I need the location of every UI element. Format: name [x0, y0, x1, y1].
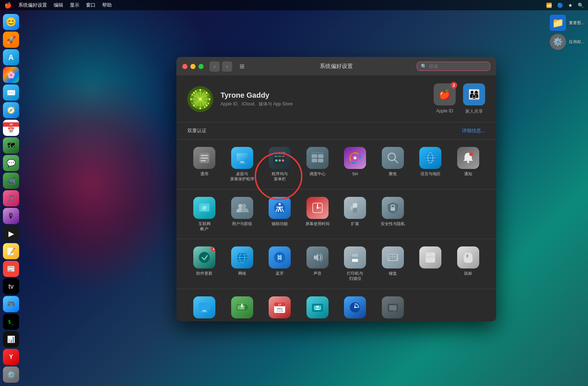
svg-point-68	[469, 152, 473, 156]
grid-item-network[interactable]: 网络	[227, 246, 257, 281]
grid-item-timemachine[interactable]: 时间机器	[340, 296, 370, 321]
svg-rect-81	[353, 203, 357, 208]
grid-item-security[interactable]: 安全性与隐私	[378, 197, 408, 232]
grid-item-spotlight[interactable]: 聚焦	[378, 147, 408, 182]
search-input[interactable]	[429, 64, 484, 69]
grid-item-startup[interactable]: 后动磁盘	[378, 296, 408, 321]
dock-launchpad[interactable]: 🚀	[3, 32, 19, 48]
grid-item-extensions[interactable]: 扩展	[340, 197, 370, 232]
dock-facetime[interactable]: 📹	[3, 173, 19, 189]
grid-item-trackpad[interactable]	[416, 246, 445, 281]
menu-window[interactable]: 窗口	[86, 2, 96, 8]
svg-rect-103	[391, 257, 392, 258]
svg-rect-38	[237, 153, 248, 161]
dock-calendar[interactable]: 18 📅	[3, 120, 19, 136]
dock-safari[interactable]: 🧭	[3, 102, 19, 118]
dock-appstore[interactable]: A	[3, 49, 19, 65]
dock-maps[interactable]: 🗺	[3, 137, 19, 154]
grid-item-missioncontrol[interactable]: 调度中心	[303, 147, 332, 182]
grid-item-sharing[interactable]: 共享	[303, 296, 332, 321]
close-button[interactable]	[182, 64, 187, 69]
svg-point-25	[206, 92, 208, 94]
dock-arcade[interactable]: 🎮	[3, 296, 19, 312]
grid-item-notification[interactable]: 通知	[453, 147, 483, 182]
fullscreen-button[interactable]	[198, 64, 204, 69]
forward-button[interactable]: ›	[222, 61, 232, 72]
svg-rect-98	[388, 255, 390, 256]
battery-label: 电池	[238, 321, 246, 321]
grid-view-button[interactable]: ⊞	[237, 61, 247, 72]
familyshare-action[interactable]: 👨‍👩‍👧 家人共享	[463, 83, 485, 115]
grid-item-internet[interactable]: @ 互联网帐户	[190, 197, 219, 232]
back-button[interactable]: ‹	[209, 61, 220, 72]
desktop-icon-apps[interactable]: ⚙️ 应用程...	[550, 34, 584, 50]
dock-finder[interactable]: 😊	[3, 14, 19, 30]
menu-syspref[interactable]: 系统偏好设置	[18, 2, 47, 8]
search-box[interactable]: 🔍	[417, 62, 490, 71]
minimize-button[interactable]	[190, 64, 196, 69]
search-menubar-icon[interactable]: 🔍	[578, 3, 584, 8]
grid-item-sound[interactable]: 声音	[303, 246, 332, 281]
dock-terminal[interactable]: $_	[3, 314, 19, 330]
grid-section-4: 显示器 电池	[176, 289, 496, 321]
menu-help[interactable]: 帮助	[102, 2, 112, 8]
dock-syspref[interactable]: ⚙️	[3, 367, 19, 383]
svg-point-84	[199, 252, 210, 263]
wifi-icon[interactable]: 📶	[546, 3, 552, 8]
grid-item-desktop[interactable]: 桌面与屏幕保护程序	[227, 147, 257, 182]
language-label: 语言与地区	[420, 171, 441, 176]
bluetooth-icon[interactable]: 🔵	[557, 3, 563, 8]
dock-yandex[interactable]: Y	[3, 349, 19, 365]
grid-item-general[interactable]: 通用	[190, 147, 219, 182]
dock-news[interactable]: 📰	[3, 261, 19, 277]
grid-item-bluetooth[interactable]: 蓝牙	[265, 246, 294, 281]
siri-label: Siri	[352, 171, 358, 176]
grid-item-screentime[interactable]: 屏幕使用时间	[303, 197, 332, 232]
svg-line-61	[394, 159, 398, 163]
svg-rect-99	[391, 255, 392, 256]
sharing-icon	[306, 296, 329, 318]
twofactor-link[interactable]: 详细信息...	[462, 127, 485, 134]
menu-edit[interactable]: 编辑	[54, 2, 63, 8]
grid-item-datetime[interactable]: 17 Wed ◷ 3:00 日期与时间	[265, 296, 294, 321]
grid-item-users[interactable]: 用户与群组	[227, 197, 257, 232]
grid-item-battery[interactable]: 电池	[227, 296, 257, 321]
svg-rect-52	[312, 154, 317, 158]
dock-monitor[interactable]: 📊	[3, 331, 19, 347]
sound-label: 声音	[313, 271, 322, 276]
avatar[interactable]	[187, 86, 213, 112]
grid-item-keyboard[interactable]: 键盘	[378, 246, 408, 281]
grid-item-language[interactable]: 语言与地区	[416, 147, 445, 182]
apple-menu[interactable]: 🍎	[4, 2, 12, 9]
svg-rect-95	[352, 259, 358, 262]
svg-rect-115	[201, 311, 208, 312]
dock-music[interactable]: 🎵	[3, 190, 19, 206]
grid-item-mouse[interactable]: 鼠标	[453, 246, 483, 281]
svg-point-130	[354, 307, 356, 308]
dock-messages[interactable]: 💬	[3, 155, 19, 171]
dock-mail[interactable]: ✉️	[3, 84, 19, 101]
grid-item-software[interactable]: 1 软件更新	[190, 246, 219, 281]
dock-tv[interactable]: ▶	[3, 226, 19, 242]
grid-item-dock[interactable]: 程序坞与菜单栏	[265, 147, 294, 182]
star-icon[interactable]: ★	[568, 3, 573, 8]
grid-item-display[interactable]: 显示器	[190, 296, 219, 321]
appleid-action[interactable]: 🍎 2 Apple ID	[434, 83, 456, 115]
svg-rect-104	[393, 257, 394, 258]
svg-point-22	[209, 98, 211, 100]
bluetooth-pref-icon	[269, 246, 291, 268]
dock-notes[interactable]: 📝	[3, 243, 19, 259]
desktop-icon-important[interactable]: 📁 重要图...	[550, 15, 584, 31]
grid-item-printer[interactable]: 打印机与扫描仪	[340, 246, 370, 281]
dock-photos[interactable]: 🌸	[3, 67, 19, 83]
svg-rect-34	[201, 155, 208, 156]
sharing-label: 共享	[313, 321, 322, 321]
window-content: Tyrone Gaddy Apple ID、iCloud、媒体与 App Sto…	[176, 76, 496, 321]
grid-item-accessibility[interactable]: 辅助功能	[265, 197, 294, 232]
grid-item-siri[interactable]: Siri	[340, 147, 370, 182]
dock-podcasts[interactable]: 🎙	[3, 208, 19, 224]
menu-display[interactable]: 显示	[70, 2, 79, 8]
svg-rect-111	[466, 255, 468, 257]
dock-appletv[interactable]: tv	[3, 278, 19, 295]
notification-label: 通知	[464, 171, 472, 176]
